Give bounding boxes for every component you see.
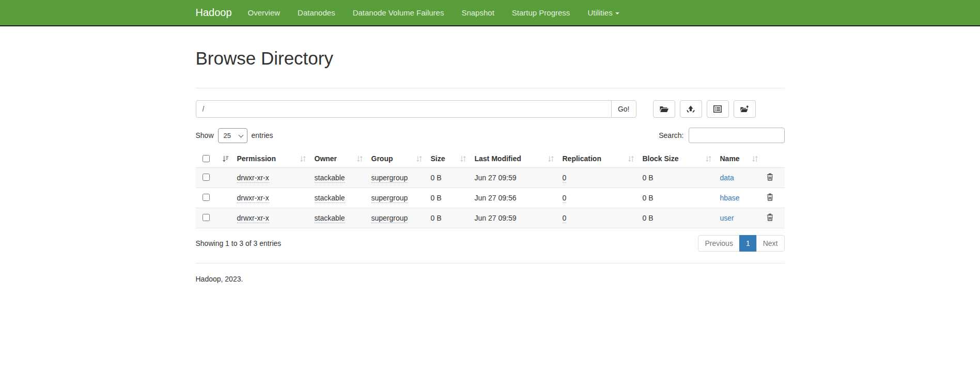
show-label: Show [196,131,214,139]
top-navbar: Hadoop Overview Datanodes Datanode Volum… [0,0,980,26]
row-checkbox[interactable] [203,214,210,221]
select-all-checkbox[interactable] [203,155,210,162]
pagination-next[interactable]: Next [756,235,785,252]
owner-value[interactable]: stackable [315,194,345,203]
directory-link[interactable]: user [720,214,734,222]
move-files-button[interactable] [734,100,756,118]
column-header-group[interactable]: Group [367,150,427,168]
pagination-previous[interactable]: Previous [698,235,739,252]
owner-value[interactable]: stackable [315,174,345,183]
page-size-select[interactable]: 25 [218,128,247,143]
nav-item-datanode-volume-failures[interactable]: Datanode Volume Failures [344,0,453,26]
replication-value[interactable]: 0 [563,194,567,203]
search-label: Search: [659,131,683,139]
path-bar: Go! [196,100,785,118]
last-modified-value: Jun 27 09:59 [471,208,558,228]
table-row: drwxr-xr-x stackable supergroup 0 B Jun … [196,188,785,208]
folder-open-icon [660,105,668,113]
entries-label: entries [252,131,273,139]
directory-link[interactable]: data [720,174,734,182]
upload-icon [687,105,695,113]
group-value[interactable]: supergroup [371,214,408,223]
upload-files-button[interactable] [680,100,702,118]
size-value: 0 B [427,188,471,208]
search-input[interactable] [689,128,785,143]
page-title: Browse Directory [196,48,785,69]
size-value: 0 B [427,168,471,188]
footer-text: Hadoop, 2023. [196,275,785,283]
column-header-select[interactable] [196,150,233,168]
delete-button[interactable] [767,173,773,181]
permission-value[interactable]: drwxr-xr-x [237,174,269,183]
row-checkbox[interactable] [203,194,210,201]
table-info: Showing 1 to 3 of 3 entries [196,239,282,247]
create-directory-button[interactable] [653,100,675,118]
divider [196,263,785,263]
sort-icon[interactable] [300,156,306,162]
nav-item-snapshot[interactable]: Snapshot [453,0,503,26]
sort-icon[interactable] [548,156,554,162]
directory-table: Permission Owner Group Size Last Modifie… [196,150,785,228]
column-header-permission[interactable]: Permission [233,150,310,168]
nav-item-startup-progress[interactable]: Startup Progress [503,0,579,26]
group-value[interactable]: supergroup [371,174,408,183]
trash-icon [767,173,773,181]
owner-value[interactable]: stackable [315,214,345,223]
replication-value[interactable]: 0 [563,174,567,183]
nav-item-datanodes[interactable]: Datanodes [289,0,344,26]
brand-hadoop[interactable]: Hadoop [196,7,232,19]
block-size-value: 0 B [639,188,716,208]
replication-value[interactable]: 0 [563,214,567,223]
block-size-value: 0 B [639,208,716,228]
column-header-last-modified[interactable]: Last Modified [471,150,558,168]
sort-icon[interactable] [416,156,423,162]
column-header-actions [763,150,785,168]
column-header-replication[interactable]: Replication [558,150,639,168]
delete-button[interactable] [767,193,773,201]
sort-icon[interactable] [705,156,712,162]
permission-value[interactable]: drwxr-xr-x [237,194,269,203]
table-controls: Show 25 entries Search: [196,128,785,143]
toolbar [653,100,760,118]
list-alt-icon [713,105,722,113]
column-header-name[interactable]: Name [716,150,763,168]
trash-icon [767,193,773,201]
folder-arrow-icon [740,105,749,113]
permission-value[interactable]: drwxr-xr-x [237,214,269,223]
caret-down-icon [615,12,619,14]
directory-link[interactable]: hbase [720,194,740,202]
trash-icon [767,213,773,221]
directory-path-input[interactable] [196,100,612,118]
last-modified-value: Jun 27 09:56 [471,188,558,208]
sort-icon[interactable] [752,156,758,162]
pagination: Previous 1 Next [698,235,784,252]
delete-button[interactable] [767,213,773,221]
sort-icon[interactable] [356,156,363,162]
last-modified-value: Jun 27 09:59 [471,168,558,188]
column-header-size[interactable]: Size [427,150,471,168]
sort-icon[interactable] [628,156,634,162]
table-row: drwxr-xr-x stackable supergroup 0 B Jun … [196,208,785,228]
size-value: 0 B [427,208,471,228]
column-header-owner[interactable]: Owner [310,150,367,168]
pagination-page-1[interactable]: 1 [739,235,757,252]
column-header-block-size[interactable]: Block Size [639,150,716,168]
sort-icon[interactable] [460,156,466,162]
nav-item-overview[interactable]: Overview [239,0,289,26]
group-value[interactable]: supergroup [371,194,408,203]
row-checkbox[interactable] [203,174,210,181]
go-button[interactable]: Go! [611,100,636,118]
nav-item-utilities[interactable]: Utilities [579,0,628,26]
cut-paste-button[interactable] [707,100,729,118]
sort-asc-icon[interactable] [222,156,229,162]
divider [196,88,785,88]
table-row: drwxr-xr-x stackable supergroup 0 B Jun … [196,168,785,188]
block-size-value: 0 B [639,168,716,188]
table-header-row: Permission Owner Group Size Last Modifie… [196,150,785,168]
